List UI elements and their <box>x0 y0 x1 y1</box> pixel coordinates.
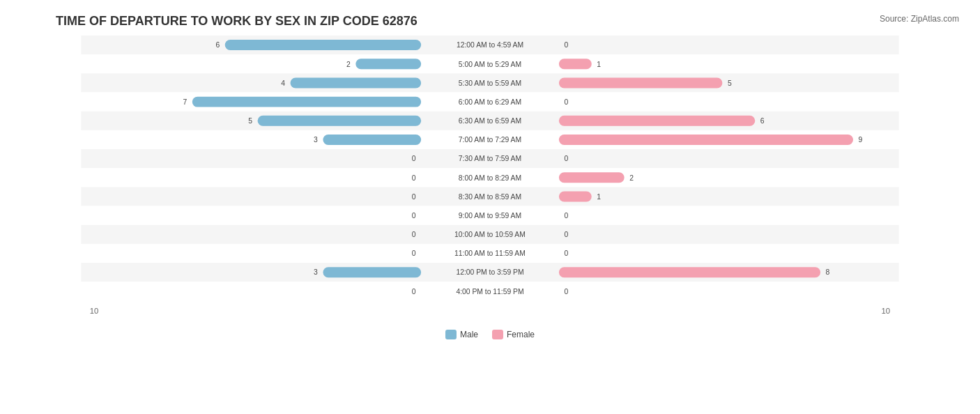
svg-text:0: 0 <box>564 212 568 220</box>
svg-text:5:30 AM to 5:59 AM: 5:30 AM to 5:59 AM <box>459 79 521 87</box>
svg-text:0: 0 <box>412 250 416 257</box>
svg-rect-62 <box>559 267 820 277</box>
female-swatch <box>492 330 503 339</box>
svg-text:10: 10 <box>90 307 99 315</box>
svg-text:4: 4 <box>281 79 285 87</box>
svg-rect-1 <box>225 40 421 50</box>
chart-area: 12:00 AM to 4:59 AM605:00 AM to 5:29 AM2… <box>21 36 959 345</box>
svg-text:0: 0 <box>564 288 568 296</box>
svg-text:0: 0 <box>564 250 568 257</box>
svg-text:8:00 AM to 8:29 AM: 8:00 AM to 8:29 AM <box>459 174 521 182</box>
svg-text:1: 1 <box>597 61 601 68</box>
svg-text:7:00 AM to 7:29 AM: 7:00 AM to 7:29 AM <box>459 136 521 144</box>
legend-female: Female <box>492 330 535 339</box>
svg-rect-7 <box>559 59 592 69</box>
svg-rect-61 <box>323 267 421 277</box>
svg-text:1: 1 <box>597 193 601 201</box>
svg-text:0: 0 <box>564 231 568 238</box>
svg-rect-44 <box>559 192 592 202</box>
female-label: Female <box>507 330 535 339</box>
svg-text:5: 5 <box>248 117 252 125</box>
svg-rect-30 <box>559 135 853 145</box>
svg-text:3: 3 <box>314 268 318 276</box>
svg-text:0: 0 <box>564 155 568 162</box>
svg-text:5:00 AM to 5:29 AM: 5:00 AM to 5:29 AM <box>459 61 521 68</box>
svg-text:0: 0 <box>412 212 416 220</box>
svg-text:10:00 AM to 10:59 AM: 10:00 AM to 10:59 AM <box>454 231 526 238</box>
svg-rect-39 <box>559 172 625 183</box>
svg-text:7:30 AM to 7:59 AM: 7:30 AM to 7:59 AM <box>459 155 521 162</box>
svg-text:6:00 AM to 6:29 AM: 6:00 AM to 6:29 AM <box>459 98 521 106</box>
svg-text:0: 0 <box>564 98 568 106</box>
svg-text:0: 0 <box>412 288 416 296</box>
male-label: Male <box>460 330 478 339</box>
legend: Male Female <box>445 330 535 339</box>
svg-text:5: 5 <box>728 79 732 87</box>
svg-text:2: 2 <box>629 174 634 182</box>
svg-text:11:00 AM to 11:59 AM: 11:00 AM to 11:59 AM <box>454 250 526 257</box>
svg-text:12:00 PM to 3:59 PM: 12:00 PM to 3:59 PM <box>456 268 523 276</box>
svg-text:3: 3 <box>314 136 318 144</box>
svg-text:10: 10 <box>882 307 891 315</box>
svg-text:6: 6 <box>215 41 220 49</box>
chart-container: TIME OF DEPARTURE TO WORK BY SEX IN ZIP … <box>0 0 980 414</box>
svg-text:12:00 AM to 4:59 AM: 12:00 AM to 4:59 AM <box>457 41 523 49</box>
chart-svg: 12:00 AM to 4:59 AM605:00 AM to 5:29 AM2… <box>56 36 924 317</box>
svg-text:7: 7 <box>183 98 187 106</box>
svg-text:0: 0 <box>412 193 416 201</box>
male-swatch <box>445 330 457 339</box>
svg-text:0: 0 <box>412 174 416 182</box>
svg-rect-13 <box>559 77 722 88</box>
svg-text:2: 2 <box>346 61 351 68</box>
svg-text:4:00 PM to 11:59 PM: 4:00 PM to 11:59 PM <box>456 288 523 296</box>
svg-text:0: 0 <box>412 155 416 162</box>
source-text: Source: ZipAtlas.com <box>880 14 959 24</box>
svg-text:8:30 AM to 8:59 AM: 8:30 AM to 8:59 AM <box>459 193 521 201</box>
svg-text:6: 6 <box>760 117 765 125</box>
chart-title: TIME OF DEPARTURE TO WORK BY SEX IN ZIP … <box>21 14 959 29</box>
svg-rect-18 <box>192 97 421 107</box>
svg-text:9: 9 <box>858 136 862 144</box>
svg-rect-12 <box>291 77 422 88</box>
svg-text:9:00 AM to 9:59 AM: 9:00 AM to 9:59 AM <box>459 212 521 220</box>
svg-rect-6 <box>355 59 421 69</box>
svg-rect-29 <box>323 135 421 145</box>
legend-male: Male <box>445 330 478 339</box>
svg-text:8: 8 <box>826 268 830 276</box>
svg-text:0: 0 <box>564 41 568 49</box>
svg-text:6:30 AM to 6:59 AM: 6:30 AM to 6:59 AM <box>459 117 521 125</box>
svg-rect-23 <box>258 116 421 126</box>
svg-text:0: 0 <box>412 231 416 238</box>
svg-rect-24 <box>559 116 755 126</box>
